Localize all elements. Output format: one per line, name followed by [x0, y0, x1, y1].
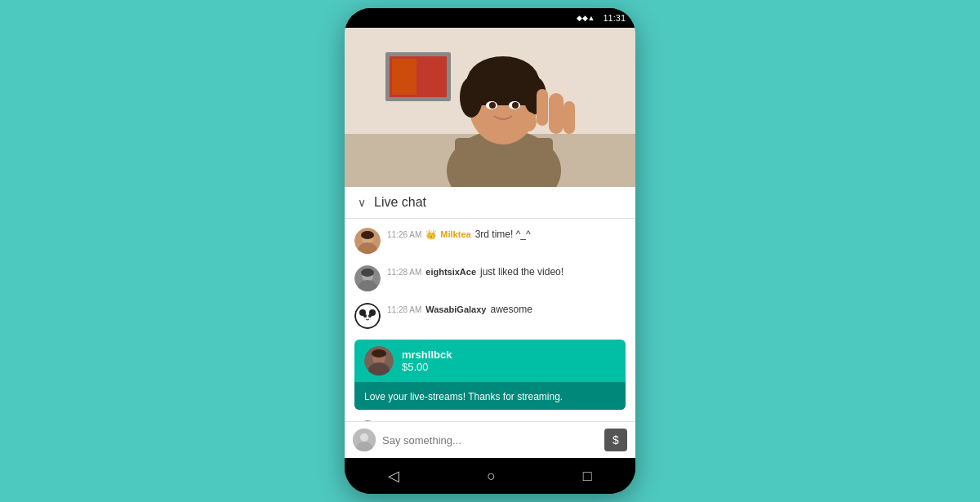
message-content-1: 11:26 AM 👑 Milktea 3rd time! ^_^: [387, 228, 626, 240]
phone-frame: ◆◆▲ 11:31: [345, 8, 635, 494]
status-icons: ◆◆▲ 11:31: [577, 13, 626, 23]
svg-point-29: [361, 269, 374, 277]
superchat-card: mrshllbck $5.00 Love your live-streams! …: [354, 340, 626, 410]
status-time: 11:31: [603, 13, 626, 23]
message-content-3: 11:28 AM WasabiGalaxy awesome: [387, 303, 626, 315]
message-username-1: 👑 Milktea: [425, 229, 470, 240]
message-meta-2: 11:28 AM eightsixAce just liked the vide…: [387, 265, 626, 278]
avatar-milktea-1: [354, 228, 381, 254]
svg-rect-4: [392, 59, 416, 95]
live-chat-header[interactable]: ∨ Live chat: [345, 187, 635, 219]
superchat-button[interactable]: $: [604, 429, 627, 451]
recent-apps-icon[interactable]: □: [583, 468, 592, 485]
message-text-2: just liked the video!: [480, 266, 564, 278]
svg-point-12: [460, 77, 483, 118]
superchat-info: mrshllbck $5.00: [402, 349, 452, 373]
message-username-3: WasabiGalaxy: [425, 304, 486, 314]
message-username-2: eightsixAce: [425, 267, 476, 277]
superchat-message: Love your live-streams! Thanks for strea…: [364, 391, 563, 402]
svg-point-16: [489, 102, 496, 109]
nav-bar: ◁ ○ □: [345, 458, 635, 494]
input-bar: $: [345, 421, 635, 458]
superchat-amount: $5.00: [402, 361, 452, 373]
chat-message-1: 11:26 AM 👑 Milktea 3rd time! ^_^: [345, 222, 635, 260]
message-time-1: 11:26 AM: [387, 230, 421, 239]
back-icon[interactable]: ◁: [388, 467, 399, 485]
svg-rect-7: [455, 138, 553, 187]
svg-point-36: [363, 314, 367, 318]
chat-message-3: 11:28 AM WasabiGalaxy awesome: [345, 297, 635, 335]
message-meta-1: 11:26 AM 👑 Milktea 3rd time! ^_^: [387, 228, 626, 240]
chat-panel: ∨ Live chat 11:26 AM: [345, 187, 635, 458]
svg-point-25: [361, 231, 374, 239]
live-chat-title: Live chat: [374, 195, 426, 210]
chevron-down-icon[interactable]: ∨: [358, 196, 366, 209]
svg-rect-20: [564, 101, 575, 134]
video-background: [345, 28, 635, 187]
svg-point-17: [512, 102, 519, 109]
svg-point-37: [368, 314, 372, 318]
say-something-input[interactable]: [382, 434, 598, 446]
avatar-wasabigalaxy: [354, 303, 381, 329]
crown-icon-1: 👑: [425, 229, 437, 240]
video-area: [345, 28, 635, 187]
chat-message-4: 11:29 AM eightsixAce HYPE: [345, 415, 635, 421]
svg-point-21: [520, 112, 537, 131]
avatar-eightsixace-1: [354, 265, 381, 291]
message-meta-3: 11:28 AM WasabiGalaxy awesome: [387, 303, 626, 315]
superchat-username: mrshllbck: [402, 349, 452, 361]
svg-rect-19: [537, 89, 548, 126]
home-icon[interactable]: ○: [487, 468, 496, 485]
message-content-2: 11:28 AM eightsixAce just liked the vide…: [387, 265, 626, 278]
superchat-avatar: [364, 346, 394, 375]
message-time-2: 11:28 AM: [387, 268, 421, 277]
input-user-avatar: [353, 429, 376, 451]
svg-point-51: [360, 433, 368, 442]
message-text-1: 3rd time! ^_^: [475, 229, 531, 240]
chat-message-2: 11:28 AM eightsixAce just liked the vide…: [345, 260, 635, 297]
message-text-3: awesome: [490, 304, 532, 315]
chat-messages-list: 11:26 AM 👑 Milktea 3rd time! ^_^: [345, 219, 635, 421]
svg-rect-18: [549, 93, 564, 134]
superchat-header: mrshllbck $5.00: [354, 340, 626, 382]
status-bar: ◆◆▲ 11:31: [345, 8, 635, 28]
signal-icon: ◆◆▲: [577, 14, 595, 22]
superchat-body: Love your live-streams! Thanks for strea…: [354, 382, 626, 410]
message-time-3: 11:28 AM: [387, 305, 421, 314]
svg-point-41: [372, 349, 386, 358]
